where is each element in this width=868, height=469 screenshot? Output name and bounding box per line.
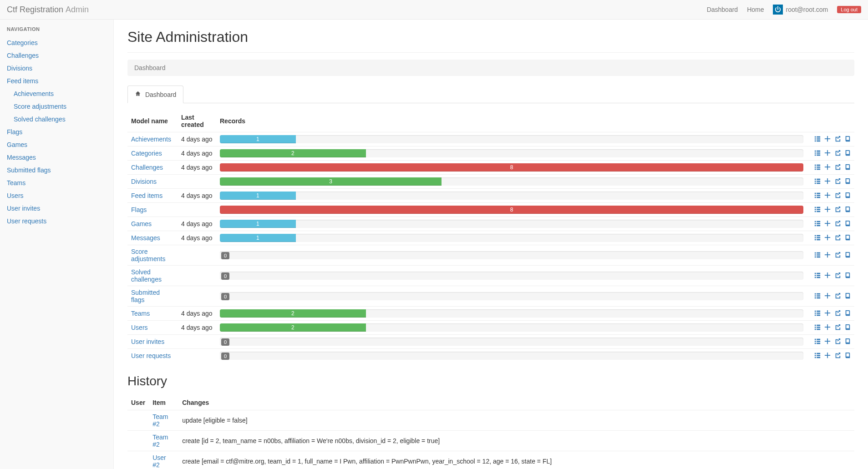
model-link[interactable]: Categories — [131, 150, 162, 157]
sidebar-item-flags[interactable]: Flags — [7, 128, 22, 136]
book-icon[interactable] — [844, 206, 851, 214]
book-icon[interactable] — [844, 164, 851, 171]
export-icon[interactable] — [834, 338, 841, 346]
book-icon[interactable] — [844, 178, 851, 186]
model-link[interactable]: Messages — [131, 234, 160, 242]
book-icon[interactable] — [844, 192, 851, 200]
book-icon[interactable] — [844, 252, 851, 259]
model-link[interactable]: Achievements — [131, 136, 171, 143]
sidebar-item-teams[interactable]: Teams — [7, 179, 25, 187]
model-link[interactable]: User requests — [131, 352, 171, 359]
book-icon[interactable] — [844, 150, 851, 157]
sidebar-item-achievements[interactable]: Achievements — [14, 90, 54, 97]
book-icon[interactable] — [844, 272, 851, 280]
model-link[interactable]: Score adjustments — [131, 248, 165, 262]
export-icon[interactable] — [834, 272, 841, 280]
export-icon[interactable] — [834, 252, 841, 259]
book-icon[interactable] — [844, 136, 851, 143]
list-icon[interactable] — [814, 310, 821, 318]
book-icon[interactable] — [844, 338, 851, 346]
list-icon[interactable] — [814, 150, 821, 157]
sidebar-item-user-requests[interactable]: User requests — [7, 217, 46, 225]
plus-icon[interactable] — [824, 252, 831, 259]
nav-home[interactable]: Home — [747, 6, 764, 13]
plus-icon[interactable] — [824, 272, 831, 280]
list-icon[interactable] — [814, 272, 821, 280]
sidebar-item-divisions[interactable]: Divisions — [7, 65, 32, 72]
list-icon[interactable] — [814, 234, 821, 242]
model-link[interactable]: Users — [131, 324, 148, 331]
list-icon[interactable] — [814, 292, 821, 300]
export-icon[interactable] — [834, 206, 841, 214]
sidebar-item-games[interactable]: Games — [7, 141, 27, 148]
list-icon[interactable] — [814, 352, 821, 360]
list-icon[interactable] — [814, 192, 821, 200]
list-icon[interactable] — [814, 136, 821, 143]
plus-icon[interactable] — [824, 220, 831, 228]
list-icon[interactable] — [814, 220, 821, 228]
history-item-link[interactable]: Team #2 — [152, 434, 168, 448]
model-link[interactable]: Solved challenges — [131, 268, 162, 283]
model-link[interactable]: Teams — [131, 310, 150, 317]
plus-icon[interactable] — [824, 352, 831, 360]
plus-icon[interactable] — [824, 178, 831, 186]
export-icon[interactable] — [834, 324, 841, 332]
model-link[interactable]: Feed items — [131, 192, 162, 199]
sidebar-item-categories[interactable]: Categories — [7, 39, 38, 46]
export-icon[interactable] — [834, 220, 841, 228]
book-icon[interactable] — [844, 220, 851, 228]
sidebar-item-solved-challenges[interactable]: Solved challenges — [14, 116, 66, 123]
book-icon[interactable] — [844, 352, 851, 360]
book-icon[interactable] — [844, 292, 851, 300]
list-icon[interactable] — [814, 178, 821, 186]
sidebar-item-challenges[interactable]: Challenges — [7, 52, 39, 59]
plus-icon[interactable] — [824, 150, 831, 157]
user-block[interactable]: root@root.com — [773, 5, 828, 15]
plus-icon[interactable] — [824, 234, 831, 242]
plus-icon[interactable] — [824, 136, 831, 143]
sidebar-item-feed-items[interactable]: Feed items — [7, 77, 38, 85]
plus-icon[interactable] — [824, 164, 831, 171]
export-icon[interactable] — [834, 178, 841, 186]
history-item-link[interactable]: User #2 — [152, 454, 166, 469]
export-icon[interactable] — [834, 136, 841, 143]
list-icon[interactable] — [814, 164, 821, 171]
tab-dashboard[interactable]: Dashboard — [127, 86, 183, 103]
plus-icon[interactable] — [824, 310, 831, 318]
list-icon[interactable] — [814, 324, 821, 332]
sidebar-item-submitted-flags[interactable]: Submitted flags — [7, 166, 51, 174]
plus-icon[interactable] — [824, 292, 831, 300]
plus-icon[interactable] — [824, 338, 831, 346]
model-link[interactable]: Submitted flags — [131, 289, 160, 303]
plus-icon[interactable] — [824, 192, 831, 200]
sidebar-item-score-adjustments[interactable]: Score adjustments — [14, 103, 66, 110]
model-link[interactable]: User invites — [131, 338, 164, 345]
sidebar-item-messages[interactable]: Messages — [7, 154, 36, 161]
logout-button[interactable]: Log out — [837, 6, 861, 13]
book-icon[interactable] — [844, 234, 851, 242]
plus-icon[interactable] — [824, 206, 831, 214]
plus-icon[interactable] — [824, 324, 831, 332]
nav-dashboard[interactable]: Dashboard — [707, 6, 738, 13]
export-icon[interactable] — [834, 234, 841, 242]
book-icon[interactable] — [844, 310, 851, 318]
sidebar-item-users[interactable]: Users — [7, 192, 24, 199]
list-icon[interactable] — [814, 252, 821, 259]
model-link[interactable]: Divisions — [131, 178, 157, 185]
model-link[interactable]: Flags — [131, 206, 147, 213]
brand[interactable]: Ctf Registration Admin — [7, 5, 89, 15]
list-icon[interactable] — [814, 338, 821, 346]
sidebar-item-user-invites[interactable]: User invites — [7, 205, 40, 212]
model-link[interactable]: Challenges — [131, 164, 163, 171]
export-icon[interactable] — [834, 164, 841, 171]
history-item-link[interactable]: Team #2 — [152, 413, 168, 428]
export-icon[interactable] — [834, 352, 841, 360]
book-icon[interactable] — [844, 324, 851, 332]
export-icon[interactable] — [834, 310, 841, 318]
model-link[interactable]: Games — [131, 220, 152, 227]
export-icon[interactable] — [834, 292, 841, 300]
th-hist-changes: Changes — [178, 395, 854, 410]
list-icon[interactable] — [814, 206, 821, 214]
export-icon[interactable] — [834, 150, 841, 157]
export-icon[interactable] — [834, 192, 841, 200]
